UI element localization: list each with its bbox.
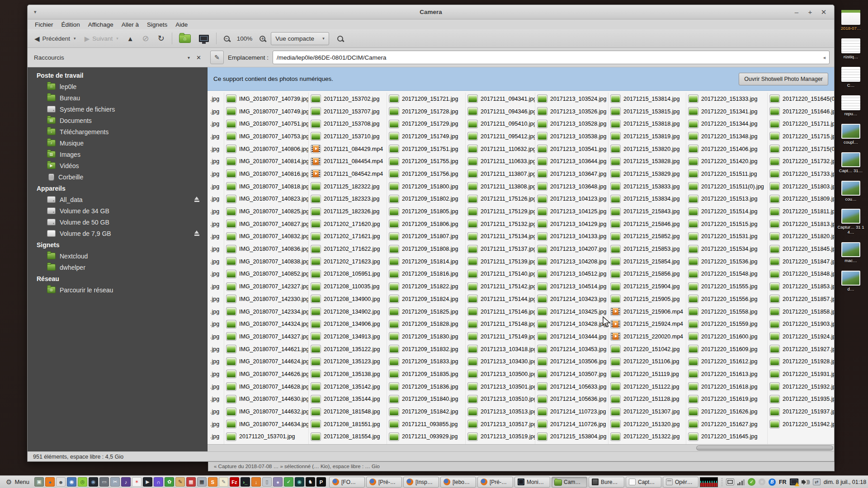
file-item[interactable]: 20171220_151612.jpg xyxy=(686,355,767,368)
file-item[interactable]: 20171208_105951.jpg xyxy=(309,268,387,281)
file-item[interactable]: 20171220_151618.jpg xyxy=(686,380,767,393)
signal-strength-icon[interactable] xyxy=(737,479,745,485)
file-item[interactable]: 20171220_151600.jpg xyxy=(686,330,767,343)
file-item[interactable]: .jpg xyxy=(208,93,224,105)
file-item[interactable]: 20171208_134913.jpg xyxy=(309,330,387,343)
file-item[interactable]: 20171220_151128.jpg xyxy=(609,393,686,406)
file-item[interactable]: 20171125_182323.jpg xyxy=(309,193,387,206)
messenger-icon[interactable]: ☻ xyxy=(56,477,66,487)
file-item[interactable]: 20171220_151322.jpg xyxy=(609,431,686,443)
file-item[interactable]: 20171220_151042.jpg xyxy=(609,343,686,356)
file-item[interactable]: 20171220_151931.jpg xyxy=(768,368,834,380)
file-item[interactable]: 20171202_171621.jpg xyxy=(309,230,387,243)
file-item[interactable]: 20171209_151824.jpg xyxy=(387,293,465,305)
file-item[interactable]: 20171208_134900.jpg xyxy=(309,293,387,305)
file-item[interactable]: .jpg xyxy=(208,143,224,155)
file-item[interactable]: 20171215_153829.jpg xyxy=(609,168,686,180)
desktop-icon-c[interactable]: C… xyxy=(834,67,868,88)
filezilla-icon[interactable]: Fz xyxy=(230,477,239,487)
file-item[interactable]: 20171215_153818.jpg xyxy=(609,117,686,130)
file-item[interactable]: 20171208_134902.jpg xyxy=(309,305,387,318)
file-item[interactable]: 20171214_103506.jpg xyxy=(535,355,608,368)
file-item[interactable]: 20171121_084542.mp4 xyxy=(309,168,387,180)
file-item[interactable]: IMG_20180707_140818.jpg xyxy=(224,180,308,193)
file-item[interactable]: IMG_20180707_142327.jpg xyxy=(224,280,308,293)
back-dropdown-caret-icon[interactable]: ▾ xyxy=(74,36,76,41)
file-item[interactable]: .jpg xyxy=(208,330,224,343)
file-item[interactable]: 20171220_151857.jpg xyxy=(768,293,834,305)
file-item[interactable]: 20171214_103507.jpg xyxy=(535,368,608,380)
file-item[interactable]: 20171215_215852.jpg xyxy=(609,230,686,243)
file-item[interactable]: 20171220_151531.jpg xyxy=(686,230,767,243)
file-item[interactable]: 20171120_153710.jpg xyxy=(309,130,387,143)
file-item[interactable]: 20171213_103644.jpg xyxy=(535,155,608,168)
file-item[interactable]: .jpg xyxy=(208,155,224,168)
sidebar-close-icon[interactable]: ✕ xyxy=(196,54,201,61)
file-item[interactable]: 20171209_151836.jpg xyxy=(387,380,465,393)
file-item[interactable]: .jpg xyxy=(208,130,224,143)
file-item[interactable]: 20171209_151814.jpg xyxy=(387,255,465,268)
file-item[interactable]: 20171220_151548.jpg xyxy=(686,268,767,281)
file-item[interactable]: 20171120_153707.jpg xyxy=(309,105,387,118)
plant-icon[interactable]: ✿ xyxy=(165,477,174,487)
file-item[interactable]: 20171220_151406.jpg xyxy=(686,143,767,155)
file-item[interactable]: 20171208_135138.jpg xyxy=(309,368,387,380)
file-item[interactable]: 20171209_151805.jpg xyxy=(387,205,465,218)
file-item[interactable]: 20171215_153815.jpg xyxy=(609,105,686,118)
file-item[interactable]: 20171208_135142.jpg xyxy=(309,380,387,393)
sidebar-item-parcourir-le-r-seau[interactable]: ◎Parcourir le réseau xyxy=(28,284,207,296)
background-window-statusbar[interactable]: « Capture du 2018-07-08 … » sélectionné … xyxy=(208,462,835,471)
sidebar-item-corbeille[interactable]: Corbeille xyxy=(28,171,207,183)
file-item[interactable]: 20171215_153820.jpg xyxy=(609,143,686,155)
file-item[interactable]: 20171211_113807.jpg xyxy=(466,168,535,180)
taskbar-window-fo[interactable]: [FO… xyxy=(329,477,365,488)
file-item[interactable]: 20171215_215843.jpg xyxy=(609,205,686,218)
file-item[interactable]: 20171220_151513.jpg xyxy=(686,193,767,206)
sphere-icon[interactable]: ● xyxy=(273,477,283,487)
taskbar-window-op-r[interactable]: Opér… xyxy=(663,477,698,488)
file-item[interactable]: 20171220_151106.jpg xyxy=(609,355,686,368)
file-item[interactable]: 20171211_175144.jpg xyxy=(466,293,535,305)
file-item[interactable]: 20171220_151645(0).jpg xyxy=(768,93,834,105)
menu-affichage[interactable]: Affichage xyxy=(85,20,117,29)
file-item[interactable]: IMG_20180707_142330.jpg xyxy=(224,293,308,305)
desktop-icon-cou[interactable]: cou… xyxy=(834,181,868,202)
file-item[interactable]: 20171213_103430.jpg xyxy=(466,355,535,368)
file-item[interactable]: IMG_20180707_140832.jpg xyxy=(224,230,308,243)
file-item[interactable]: 20171125_182322.jpg xyxy=(309,180,387,193)
desktop-icon-captur-31-14[interactable]: Captur… 31 14… xyxy=(834,209,868,235)
file-item[interactable]: 20171220_151932.jpg xyxy=(768,380,834,393)
file-item[interactable]: IMG_20180707_144630.jpg xyxy=(224,393,308,406)
file-item[interactable]: 20171120_153701.jpg xyxy=(224,431,308,443)
file-item[interactable]: 20171220_151845.jpg xyxy=(768,243,834,255)
file-item[interactable]: 20171214_103453.jpg xyxy=(535,343,608,356)
file-item[interactable]: 20171220_151626.jpg xyxy=(686,405,767,418)
file-item[interactable]: 20171202_171620.jpg xyxy=(309,218,387,230)
sublime-text-icon[interactable]: S xyxy=(208,477,217,487)
file-item[interactable]: 20171220_151341.jpg xyxy=(686,105,767,118)
file-item[interactable]: 20171121_084454.mp4 xyxy=(309,155,387,168)
file-item[interactable]: IMG_20180707_144632.jpg xyxy=(224,405,308,418)
eject-icon[interactable] xyxy=(194,197,200,202)
music-player-icon[interactable]: ♪ xyxy=(121,477,131,487)
file-item[interactable]: 20171220_151555.jpg xyxy=(686,280,767,293)
file-item[interactable]: 20171220_151307.jpg xyxy=(609,405,686,418)
file-item[interactable]: 20171215_215854.jpg xyxy=(609,255,686,268)
device-icon[interactable]: ▯ xyxy=(262,477,272,487)
file-item[interactable]: 20171209_151833.jpg xyxy=(387,355,465,368)
photos-pinwheel-icon[interactable]: ✶ xyxy=(132,477,142,487)
file-item[interactable]: 20171208_135123.jpg xyxy=(309,355,387,368)
forward-dropdown-caret-icon[interactable]: ▾ xyxy=(116,36,118,41)
file-item[interactable]: 20171213_103538.jpg xyxy=(535,130,608,143)
file-item[interactable]: .jpg xyxy=(208,418,224,431)
file-item[interactable]: 20171209_151749.jpg xyxy=(387,130,465,143)
file-item[interactable]: .jpg xyxy=(208,431,224,443)
file-item[interactable]: 20171208_181551.jpg xyxy=(309,418,387,431)
notes-icon[interactable]: ✎ xyxy=(219,477,228,487)
file-item[interactable]: 20171220_151927.jpg xyxy=(768,343,834,356)
file-item[interactable]: 20171220_151847.jpg xyxy=(768,255,834,268)
vpn-status-icon[interactable] xyxy=(759,479,765,485)
file-item[interactable]: .jpg xyxy=(208,405,224,418)
file-item[interactable]: 20171220_151420.jpg xyxy=(686,155,767,168)
file-item[interactable]: IMG_20180707_140753.jpg xyxy=(224,130,308,143)
